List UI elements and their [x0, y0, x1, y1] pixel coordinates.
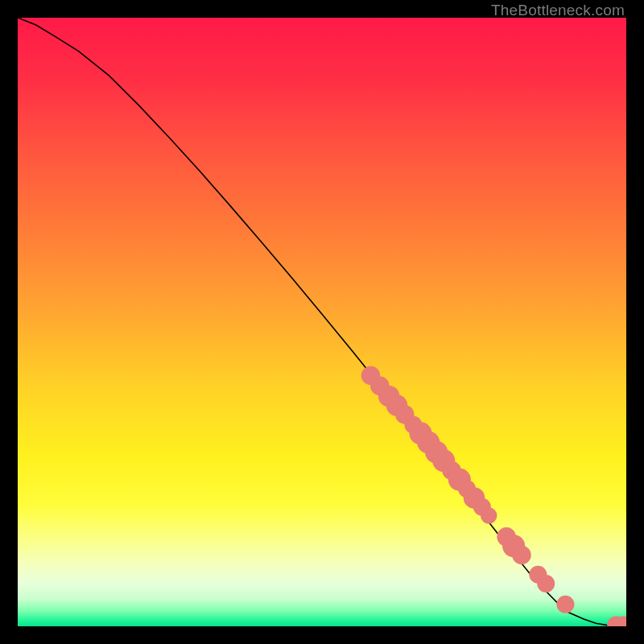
curve-marker — [537, 575, 555, 592]
curve-marker — [481, 507, 497, 524]
curve-marker — [512, 546, 531, 565]
curve-marker — [556, 596, 574, 613]
chart-frame — [18, 18, 626, 626]
gradient-background — [18, 18, 626, 626]
attribution-text: TheBottleneck.com — [491, 2, 625, 19]
bottleneck-chart — [18, 18, 626, 626]
